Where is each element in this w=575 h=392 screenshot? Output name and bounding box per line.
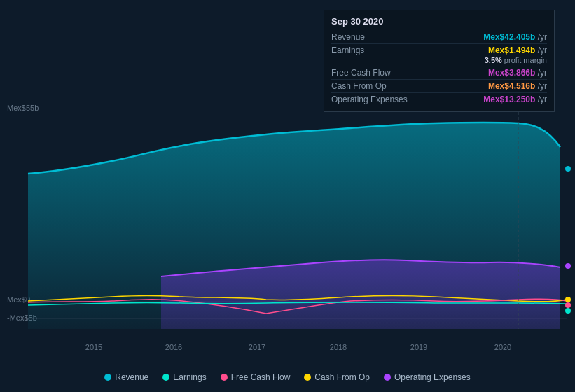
tooltip-value-opex: Mex$13.250b /yr	[483, 94, 547, 104]
x-label-2017: 2017	[249, 343, 265, 351]
legend-item-cashfromop[interactable]: Cash From Op	[304, 372, 370, 382]
legend-label-earnings: Earnings	[173, 372, 206, 382]
legend-dot-cashfromop	[304, 374, 311, 381]
legend-label-fcf: Free Cash Flow	[231, 372, 291, 382]
x-label-2018: 2018	[330, 343, 347, 351]
chart-legend: Revenue Earnings Free Cash Flow Cash Fro…	[0, 372, 575, 382]
tooltip-label-fcf: Free Cash Flow	[331, 68, 391, 78]
right-dot-revenue	[565, 166, 571, 172]
x-label-2019: 2019	[410, 343, 427, 351]
chart-container: Sep 30 2020 Revenue Mex$42.405b /yr Earn…	[0, 0, 575, 392]
legend-dot-fcf	[221, 374, 228, 381]
right-dot-fcf	[565, 302, 571, 308]
tooltip-label-earnings: Earnings	[331, 46, 364, 64]
right-dot-opex	[565, 263, 571, 269]
tooltip-value-earnings: Mex$1.494b /yr	[485, 46, 547, 55]
tooltip-row-opex: Operating Expenses Mex$13.250b /yr	[331, 93, 547, 106]
right-dot-earnings	[565, 308, 571, 314]
tooltip-row-earnings: Earnings Mex$1.494b /yr 3.5% profit marg…	[331, 44, 547, 66]
legend-item-fcf[interactable]: Free Cash Flow	[221, 372, 291, 382]
legend-dot-opex	[384, 374, 391, 381]
legend-dot-revenue	[104, 374, 111, 381]
legend-dot-earnings	[162, 374, 169, 381]
right-dot-cashfromop	[565, 297, 571, 302]
legend-label-cashfromop: Cash From Op	[314, 372, 370, 382]
legend-label-opex: Operating Expenses	[394, 372, 471, 382]
legend-label-revenue: Revenue	[115, 372, 148, 382]
x-label-2020: 2020	[494, 343, 511, 351]
tooltip-row-revenue: Revenue Mex$42.405b /yr	[331, 31, 547, 44]
tooltip-label-opex: Operating Expenses	[331, 94, 408, 104]
x-label-2016: 2016	[165, 343, 182, 351]
legend-item-earnings[interactable]: Earnings	[162, 372, 206, 382]
tooltip-value-revenue: Mex$42.405b /yr	[483, 32, 547, 42]
tooltip-row-fcf: Free Cash Flow Mex$3.866b /yr	[331, 66, 547, 80]
tooltip-label-cashfromop: Cash From Op	[331, 81, 387, 91]
x-label-2015: 2015	[85, 343, 102, 351]
legend-item-opex[interactable]: Operating Expenses	[384, 372, 471, 382]
legend-item-revenue[interactable]: Revenue	[104, 372, 148, 382]
tooltip-value-fcf: Mex$3.866b /yr	[488, 68, 547, 78]
tooltip-profit-margin: 3.5% profit margin	[485, 56, 547, 64]
tooltip-title: Sep 30 2020	[331, 16, 547, 27]
tooltip: Sep 30 2020 Revenue Mex$42.405b /yr Earn…	[324, 10, 555, 112]
tooltip-label-revenue: Revenue	[331, 32, 365, 42]
tooltip-row-cashfromop: Cash From Op Mex$4.516b /yr	[331, 80, 547, 93]
tooltip-value-cashfromop: Mex$4.516b /yr	[488, 81, 547, 91]
